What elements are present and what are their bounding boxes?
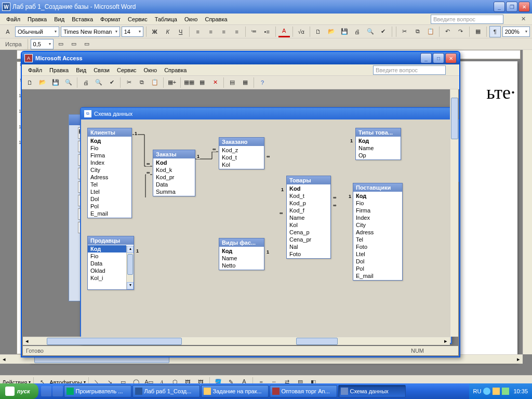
table-orders[interactable]: Заказы Kod Kod_k Kod_pr Data Summa [153, 150, 195, 196]
align-center-button[interactable]: ≡ [205, 26, 217, 37]
field[interactable]: Kod_k [153, 166, 195, 174]
table-button[interactable]: ▦ [472, 26, 484, 37]
access-menu-tools[interactable]: Сервис [114, 66, 140, 74]
word-titlebar[interactable]: W Лаб раб 1_Создание базы - Microsoft Wo… [0, 0, 532, 14]
access-window[interactable]: A Microsoft Access _ □ ✕ Файл Правка Вид… [21, 51, 460, 357]
word-close-button[interactable]: ✕ [518, 2, 530, 12]
tray-clock[interactable]: 10:35 [513, 388, 528, 394]
table-clients[interactable]: Клиенты Код Fio Firma Index City Adress … [87, 128, 132, 218]
search-button[interactable]: 🔍 [63, 77, 74, 88]
tray-icon[interactable] [483, 388, 490, 395]
access-menu-window[interactable]: Окно [141, 66, 161, 74]
schema-titlebar[interactable]: ⧉ Схема данных [81, 108, 451, 119]
menu-edit[interactable]: Правка [24, 15, 50, 23]
equation-button[interactable]: √α [296, 26, 307, 37]
tray-icon[interactable] [502, 388, 509, 395]
font-size-combo[interactable]: 14▾ [122, 26, 143, 37]
table-suppliers[interactable]: Поставщики Код Fio Firma Index City Adre… [353, 183, 403, 281]
table-header[interactable]: Заказы [153, 150, 195, 158]
copy-db-button[interactable]: ⧉ [136, 77, 148, 88]
field[interactable]: Kol_i [88, 274, 126, 282]
table-ordered[interactable]: Заказано Kod_z Kod_t Kol [219, 137, 264, 169]
start-button[interactable]: пуск [0, 383, 38, 399]
cut-db-button[interactable]: ✂ [123, 77, 135, 88]
tray-lang[interactable]: RU [473, 388, 482, 394]
pk-field[interactable]: Kod [287, 185, 330, 192]
access-menu-view[interactable]: Вид [73, 66, 89, 74]
table-goods[interactable]: Товары Kod Kod_t Kod_p Kod_f Name Kol Ce… [286, 176, 331, 259]
align-left-button[interactable]: ≡ [192, 26, 204, 37]
menu-view[interactable]: Вид [51, 15, 68, 23]
field[interactable]: Kol [219, 161, 264, 168]
table-packtypes[interactable]: Виды фас... Код Name Netto [219, 238, 264, 270]
italic-button[interactable]: К [162, 26, 174, 37]
field[interactable]: Ltel [353, 250, 402, 258]
field[interactable]: Adress [353, 229, 402, 236]
clear-layout-button[interactable]: ✕ [209, 77, 221, 88]
pk-field[interactable]: Код [353, 192, 402, 200]
access-minimize-button[interactable]: _ [420, 53, 432, 63]
field[interactable]: Data [153, 181, 195, 188]
menu-help[interactable]: Справка [202, 15, 230, 23]
open-db-button[interactable]: 📂 [37, 77, 48, 88]
field[interactable]: Data [88, 260, 126, 267]
table-goodtypes[interactable]: Типы това... Код Name Op [355, 128, 401, 160]
field[interactable]: Kod_pr [153, 174, 195, 181]
paste-db-button[interactable]: 📋 [149, 77, 161, 88]
word-vscrollbar[interactable] [523, 50, 532, 354]
indent-combo[interactable]: 0,5▾ [31, 39, 54, 49]
field[interactable]: Adress [88, 174, 131, 181]
tray-icon[interactable] [493, 388, 500, 395]
schema-window[interactable]: ⧉ Схема данных [80, 107, 452, 344]
field[interactable]: Tel [88, 181, 131, 188]
tb-c[interactable]: ▭ [81, 38, 92, 50]
menu-tools[interactable]: Сервис [125, 15, 151, 23]
task-item-access[interactable]: Оптовая торг An... [270, 385, 337, 397]
bold-button[interactable]: Ж [149, 26, 161, 37]
schema-canvas[interactable]: 1 ∞ 1 ∞ 1 ∞ ∞ 1 1 ∞ ∞ 1 ∞ 1 Клиенты Код [82, 119, 450, 342]
access-menu-file[interactable]: Файл [25, 66, 45, 74]
field[interactable]: Kod_t [219, 154, 264, 161]
tb-a[interactable]: ▭ [55, 38, 66, 50]
field[interactable]: Fio [88, 252, 126, 260]
field[interactable]: Fio [88, 144, 131, 152]
field[interactable]: Ltel [88, 188, 131, 195]
word-doc-close-button[interactable]: ✕ [518, 15, 529, 23]
field[interactable]: Index [353, 214, 402, 221]
field[interactable]: E_mail [353, 272, 402, 280]
task-item-word[interactable]: Лаб раб 1_Созд... [132, 385, 200, 397]
pk-field[interactable]: Код [219, 247, 264, 255]
open-button[interactable]: 📂 [326, 26, 337, 37]
access-vscrollbar[interactable] [450, 89, 458, 337]
field[interactable]: Kod_f [287, 207, 330, 214]
field[interactable]: Nal [287, 243, 330, 250]
table-header[interactable]: Виды фас... [219, 238, 264, 247]
access-titlebar[interactable]: A Microsoft Access _ □ ✕ [22, 52, 459, 64]
new-button[interactable]: 🗋 [313, 26, 324, 37]
numbered-list-button[interactable]: ≔ [248, 26, 260, 37]
pk-field[interactable]: Kod [153, 159, 195, 166]
word-restore-button[interactable]: ❐ [506, 2, 517, 12]
access-menu-relations[interactable]: Связи [90, 66, 113, 74]
show-direct-button[interactable]: ▦ [196, 77, 208, 88]
help-button[interactable]: ? [257, 77, 268, 88]
menu-file[interactable]: Файл [3, 15, 23, 23]
font-combo[interactable]: Times New Roman▾ [61, 26, 119, 37]
style-combo[interactable]: Обычный▾ [15, 26, 59, 37]
print-db-button[interactable]: 🖨 [80, 77, 91, 88]
field[interactable]: Foto [353, 243, 402, 250]
pk-field[interactable]: Код [356, 137, 401, 144]
new-db-button[interactable]: 🗋 [24, 77, 35, 88]
menu-format[interactable]: Формат [97, 15, 124, 23]
field[interactable]: Oklad [88, 267, 126, 274]
spell-db-button[interactable]: ✔ [106, 77, 117, 88]
field[interactable]: Kol [287, 221, 330, 229]
align-right-button[interactable]: ≡ [218, 26, 230, 37]
field[interactable]: Firma [353, 207, 402, 214]
access-menu-help[interactable]: Справка [161, 66, 190, 74]
table-header[interactable]: Товары [287, 176, 330, 184]
table-header[interactable]: Типы това... [356, 128, 401, 137]
preview-db-button[interactable]: 🔍 [93, 77, 104, 88]
system-tray[interactable]: RU 10:35 [469, 383, 532, 399]
undo-button[interactable]: ↶ [442, 26, 454, 37]
